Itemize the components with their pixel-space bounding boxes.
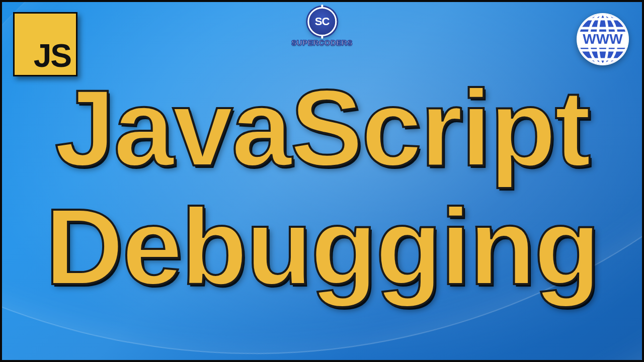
title-line-1: JavaScript <box>55 72 590 183</box>
title: JavaScript Debugging <box>2 72 642 360</box>
www-label: WWW <box>583 31 623 47</box>
www-globe-icon: WWW <box>573 9 633 69</box>
supercoders-logo: SC SUPERCODERS <box>291 7 352 47</box>
supercoders-compass-icon: SC <box>307 7 337 36</box>
title-line-2: Debugging <box>45 191 599 302</box>
supercoders-initials: SC <box>315 15 330 28</box>
thumbnail-frame: JS SC SUPERCODERS WWW JavaScript Debuggi… <box>0 0 644 362</box>
supercoders-label: SUPERCODERS <box>291 38 352 47</box>
